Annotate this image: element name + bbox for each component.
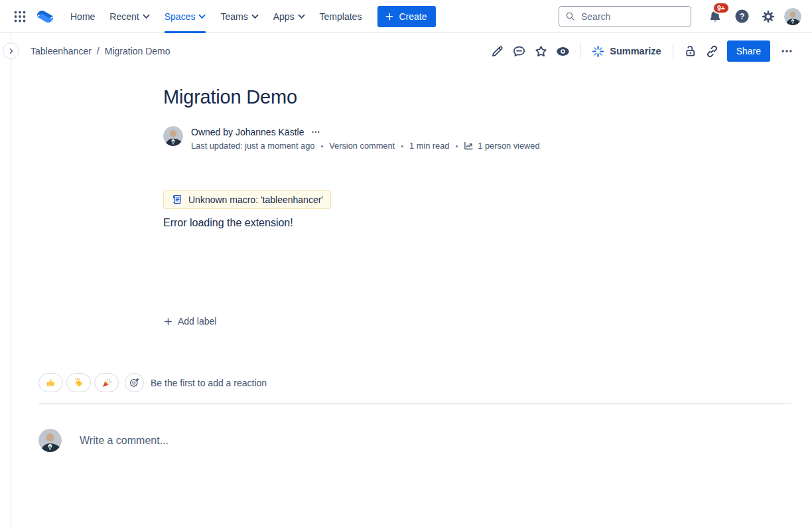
add-label-button[interactable]: Add label bbox=[163, 316, 216, 327]
reaction-party-popper-button[interactable] bbox=[94, 373, 119, 392]
breadcrumb-separator: / bbox=[97, 46, 100, 56]
ellipsis-icon bbox=[780, 44, 793, 58]
watch-button[interactable] bbox=[552, 40, 574, 62]
plus-icon bbox=[163, 317, 173, 327]
unlock-icon bbox=[683, 44, 697, 58]
last-updated-text: Last updated: just a moment ago bbox=[191, 141, 314, 151]
star-icon bbox=[534, 44, 548, 58]
summarize-button[interactable]: Summarize bbox=[586, 40, 666, 62]
meta-separator bbox=[401, 142, 403, 150]
confluence-logo-icon[interactable] bbox=[34, 6, 56, 27]
meta-separator bbox=[320, 142, 323, 150]
analytics-viewers[interactable]: 1 person viewed bbox=[464, 141, 539, 151]
breadcrumb-page-link[interactable]: Migration Demo bbox=[105, 46, 170, 56]
user-avatar[interactable] bbox=[784, 8, 801, 25]
search-input[interactable] bbox=[580, 11, 685, 23]
extension-error-text: Error loading the extension! bbox=[163, 217, 636, 229]
analytics-chart-icon bbox=[464, 141, 474, 151]
owner-more-button[interactable] bbox=[310, 126, 322, 138]
edit-button[interactable] bbox=[486, 40, 508, 62]
reaction-thumbs-up-button[interactable] bbox=[38, 373, 63, 392]
chevron-right-icon bbox=[7, 47, 15, 55]
chevron-down-icon bbox=[198, 14, 206, 19]
macro-warning-text: Unknown macro: 'tableenhancer' bbox=[188, 194, 323, 205]
version-comment-text: Version comment bbox=[329, 141, 395, 151]
eye-icon bbox=[555, 44, 571, 59]
nav-recent[interactable]: Recent bbox=[109, 0, 149, 33]
reactions-bar: Be the first to add a reaction bbox=[38, 373, 267, 392]
add-label-text: Add label bbox=[178, 316, 216, 327]
comment-placeholder-text: Write a comment... bbox=[80, 435, 169, 447]
thumbs-up-emoji-icon bbox=[46, 378, 56, 388]
create-button-label: Create bbox=[399, 11, 427, 22]
help-button[interactable]: ? bbox=[731, 6, 752, 27]
nav-templates[interactable]: Templates bbox=[320, 0, 362, 33]
divider bbox=[673, 44, 673, 58]
commenter-avatar bbox=[38, 429, 62, 452]
nav-recent-label: Recent bbox=[109, 11, 139, 22]
section-divider bbox=[38, 403, 791, 404]
nav-templates-label: Templates bbox=[320, 11, 362, 22]
clapping-hands-emoji-icon bbox=[74, 378, 84, 388]
page-actions: Summarize bbox=[486, 40, 797, 62]
read-time-text: 1 min read bbox=[409, 141, 449, 151]
svg-text:?: ? bbox=[739, 12, 744, 21]
expand-sidebar-button[interactable] bbox=[3, 42, 19, 59]
viewers-text: 1 person viewed bbox=[478, 141, 539, 151]
primary-nav: Home Recent Spaces Teams Apps bbox=[70, 0, 376, 33]
create-button[interactable]: Create bbox=[377, 6, 436, 27]
breadcrumb-space-link[interactable]: Tableenhancer bbox=[31, 46, 92, 56]
chevron-down-icon bbox=[251, 14, 259, 19]
copy-link-button[interactable] bbox=[701, 40, 723, 62]
comment-bubble-icon bbox=[512, 44, 526, 58]
owner-avatar[interactable] bbox=[163, 126, 183, 146]
question-mark-icon: ? bbox=[734, 9, 750, 24]
comment-entry[interactable]: Write a comment... bbox=[38, 429, 169, 452]
comment-button[interactable] bbox=[508, 40, 530, 62]
nav-spaces-label: Spaces bbox=[165, 11, 196, 22]
macro-scroll-icon bbox=[171, 194, 182, 205]
page-header-bar: Tableenhancer / Migration Demo bbox=[0, 33, 812, 69]
notifications-count-badge: 9+ bbox=[712, 2, 730, 15]
unknown-macro-placeholder: Unknown macro: 'tableenhancer' bbox=[163, 190, 331, 209]
notifications-button[interactable]: 9+ bbox=[705, 6, 726, 27]
search-icon bbox=[565, 11, 576, 22]
add-emoji-icon bbox=[129, 377, 140, 388]
page-content: Migration Demo Owned by Johannes Kästle bbox=[163, 86, 636, 329]
page-meta: Last updated: just a moment ago Version … bbox=[191, 141, 540, 151]
party-popper-emoji-icon bbox=[102, 378, 112, 388]
nav-home-label: Home bbox=[70, 11, 95, 22]
owned-by-text[interactable]: Owned by Johannes Kästle bbox=[191, 127, 304, 137]
chevron-down-icon bbox=[298, 14, 305, 19]
add-reaction-button[interactable] bbox=[125, 373, 144, 392]
nav-home[interactable]: Home bbox=[70, 0, 95, 33]
nav-apps[interactable]: Apps bbox=[273, 0, 305, 33]
sparkle-icon bbox=[592, 45, 604, 58]
share-button[interactable]: Share bbox=[727, 40, 770, 62]
collapsed-sidebar-border bbox=[11, 33, 11, 527]
plus-icon bbox=[384, 11, 395, 22]
byline: Owned by Johannes Kästle Last updated: j… bbox=[163, 126, 636, 151]
reaction-clap-button[interactable] bbox=[66, 373, 91, 392]
chevron-down-icon bbox=[143, 14, 150, 19]
top-navigation-bar: Home Recent Spaces Teams Apps bbox=[0, 0, 812, 33]
meta-separator bbox=[455, 142, 458, 150]
gear-icon bbox=[761, 9, 776, 24]
nav-teams-label: Teams bbox=[220, 11, 247, 22]
nav-apps-label: Apps bbox=[273, 11, 295, 22]
nav-spaces[interactable]: Spaces bbox=[165, 0, 206, 33]
summarize-label: Summarize bbox=[610, 46, 661, 56]
ellipsis-icon bbox=[311, 127, 320, 137]
search-box[interactable] bbox=[559, 6, 691, 27]
restrictions-button[interactable] bbox=[679, 40, 701, 62]
pencil-icon bbox=[490, 44, 504, 58]
divider bbox=[580, 44, 580, 58]
settings-button[interactable] bbox=[758, 6, 779, 27]
nav-teams[interactable]: Teams bbox=[220, 0, 258, 33]
more-actions-button[interactable] bbox=[776, 40, 797, 62]
star-button[interactable] bbox=[530, 40, 552, 62]
reaction-prompt-text: Be the first to add a reaction bbox=[151, 378, 267, 388]
link-icon bbox=[705, 44, 719, 58]
app-switcher-icon[interactable] bbox=[9, 6, 31, 27]
page-title: Migration Demo bbox=[163, 86, 636, 108]
